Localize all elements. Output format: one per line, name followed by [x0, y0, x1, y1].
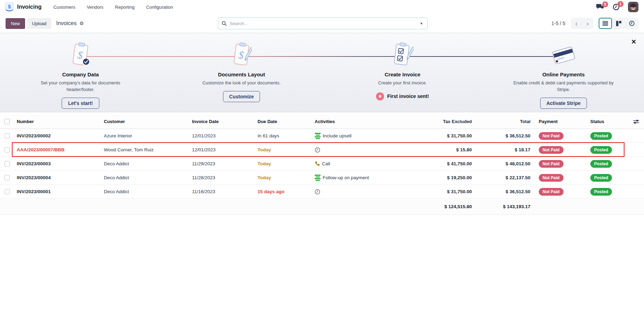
- search-input[interactable]: [230, 21, 419, 26]
- activity-cell[interactable]: [312, 185, 408, 198]
- view-switcher: [599, 18, 638, 29]
- activity-bars-icon: [315, 175, 321, 181]
- payment-badge: Not Paid: [539, 132, 564, 140]
- activity-view-button[interactable]: [625, 18, 638, 29]
- app-name[interactable]: Invoicing: [17, 4, 41, 10]
- onboarding-step-online-payments: Online Payments Enable credit & debit ca…: [483, 33, 644, 112]
- invoice-date: 11/16/2023: [189, 185, 255, 198]
- activities-badge: 1: [618, 1, 623, 7]
- column-header-tax-excluded[interactable]: Tax Excluded: [408, 114, 473, 129]
- invoice-date: 12/01/2023: [189, 129, 255, 143]
- activity-label: Include upsell: [323, 133, 352, 138]
- row-checkbox[interactable]: [5, 175, 10, 180]
- status-badge: Posted: [590, 160, 612, 168]
- adjust-columns-button[interactable]: [628, 114, 644, 129]
- row-checkbox[interactable]: [5, 189, 10, 194]
- list-view-button[interactable]: [599, 18, 612, 29]
- create-invoice-icon: [391, 41, 414, 69]
- table-body: INV/2023/00002 Azure Interior 12/01/2023…: [0, 129, 644, 199]
- column-header-total[interactable]: Total: [473, 114, 531, 129]
- table-row[interactable]: INV/2023/00001 Deco Addict 11/16/2023 15…: [0, 185, 644, 199]
- menu-vendors[interactable]: Vendors: [87, 5, 104, 10]
- first-invoice-sent-status: ★ First invoice sent!: [376, 92, 429, 100]
- status-badge: Posted: [590, 174, 612, 182]
- column-header-invoice-date[interactable]: Invoice Date: [189, 114, 255, 129]
- kanban-view-button[interactable]: [612, 18, 625, 29]
- invoice-total: $ 18.17: [473, 143, 531, 157]
- payment-badge: Not Paid: [539, 188, 564, 196]
- svg-text:$: $: [8, 4, 11, 9]
- invoice-total: $ 36,512.50: [473, 129, 531, 143]
- column-header-due-date[interactable]: Due Date: [255, 114, 312, 129]
- screen: $ Invoicing Customers Vendors Reporting …: [0, 0, 644, 333]
- column-header-payment[interactable]: Payment: [531, 114, 583, 129]
- close-onboarding-button[interactable]: ✕: [631, 38, 636, 46]
- table-row[interactable]: AAA/2023/00007/BBB Wood Corner, Tom Ruiz…: [0, 143, 644, 157]
- table-header: Number Customer Invoice Date Due Date Ac…: [0, 114, 644, 129]
- company-data-icon: $: [70, 41, 91, 69]
- column-header-status[interactable]: Status: [583, 114, 628, 129]
- row-checkbox[interactable]: [5, 133, 10, 138]
- invoice-tax-excluded: $ 19,250.00: [408, 171, 473, 184]
- table-row[interactable]: INV/2023/00002 Azure Interior 12/01/2023…: [0, 129, 644, 143]
- upload-button[interactable]: Upload: [27, 18, 51, 29]
- activity-cell[interactable]: [312, 143, 408, 157]
- invoice-due-date: Today: [255, 157, 312, 171]
- status-badge: Posted: [590, 132, 612, 140]
- activity-phone-icon: [315, 161, 320, 166]
- row-checkbox[interactable]: [5, 161, 10, 166]
- step-title: Online Payments: [542, 71, 585, 77]
- invoice-customer: Deco Addict: [101, 157, 189, 171]
- invoice-tax-excluded: $ 31,750.00: [408, 185, 473, 198]
- table-row[interactable]: INV/2023/00003 Deco Addict 11/29/2023 To…: [0, 157, 644, 171]
- view-settings-gear-icon[interactable]: ⚙: [79, 21, 84, 26]
- activity-cell[interactable]: Include upsell: [312, 129, 408, 143]
- invoice-number: INV/2023/00001: [14, 185, 101, 198]
- search-bar[interactable]: ▾: [218, 17, 428, 29]
- search-icon: [222, 21, 227, 26]
- invoice-due-date: In 61 days: [255, 129, 312, 143]
- table-row[interactable]: INV/2023/00004 Deco Addict 11/28/2023 To…: [0, 171, 644, 185]
- invoice-customer: Deco Addict: [101, 171, 189, 184]
- search-dropdown-caret[interactable]: ▾: [419, 21, 424, 26]
- menu-customers[interactable]: Customers: [53, 5, 75, 10]
- first-invoice-sent-label: First invoice sent!: [387, 93, 429, 99]
- activity-label: Call: [322, 161, 330, 166]
- new-button[interactable]: New: [6, 18, 25, 29]
- pager-next-button[interactable]: ›: [582, 18, 593, 29]
- user-avatar[interactable]: [628, 2, 638, 12]
- activate-stripe-button[interactable]: Activate Stripe: [540, 98, 587, 109]
- row-checkbox[interactable]: [5, 147, 10, 152]
- customize-button[interactable]: Customize: [223, 91, 260, 102]
- messages-button[interactable]: 5: [596, 4, 604, 10]
- invoice-customer: Wood Corner, Tom Ruiz: [101, 143, 189, 157]
- invoice-tax-excluded: $ 15.80: [408, 143, 473, 157]
- select-all-checkbox[interactable]: [5, 119, 10, 124]
- column-header-customer[interactable]: Customer: [101, 114, 189, 129]
- invoice-total: $ 36,512.50: [473, 185, 531, 198]
- total-amount: $ 143,193.17: [473, 199, 531, 214]
- column-header-number[interactable]: Number: [14, 114, 101, 129]
- menu-reporting[interactable]: Reporting: [115, 5, 135, 10]
- invoice-total: $ 22,137.50: [473, 171, 531, 184]
- pager-counter: 1-5 / 5: [551, 21, 565, 26]
- invoice-customer: Deco Addict: [101, 185, 189, 198]
- pager-previous-button[interactable]: ‹: [571, 18, 582, 29]
- column-header-activities[interactable]: Activities: [312, 114, 408, 129]
- star-icon: ★: [376, 92, 384, 100]
- invoice-customer: Azure Interior: [101, 129, 189, 143]
- invoicing-app-icon[interactable]: $: [5, 2, 14, 12]
- activity-cell[interactable]: Follow-up on payment: [312, 171, 408, 184]
- activity-clock-icon: [315, 189, 320, 195]
- activity-cell[interactable]: Call: [312, 157, 408, 171]
- activities-button[interactable]: 1: [613, 3, 620, 10]
- list-view-icon: [603, 21, 608, 26]
- onboarding-step-documents-layout: $ Documents Layout Customize the look of…: [161, 33, 322, 112]
- menu-configuration[interactable]: Configuration: [146, 5, 173, 10]
- invoice-date: 12/01/2023: [189, 143, 255, 157]
- invoice-total: $ 48,012.50: [473, 157, 531, 171]
- lets-start-button[interactable]: Let's start!: [62, 98, 99, 109]
- onboarding-step-create-invoice: Create Invoice Create your first invoice…: [322, 33, 483, 112]
- top-navbar: $ Invoicing Customers Vendors Reporting …: [0, 0, 644, 14]
- documents-layout-icon: $: [231, 41, 252, 69]
